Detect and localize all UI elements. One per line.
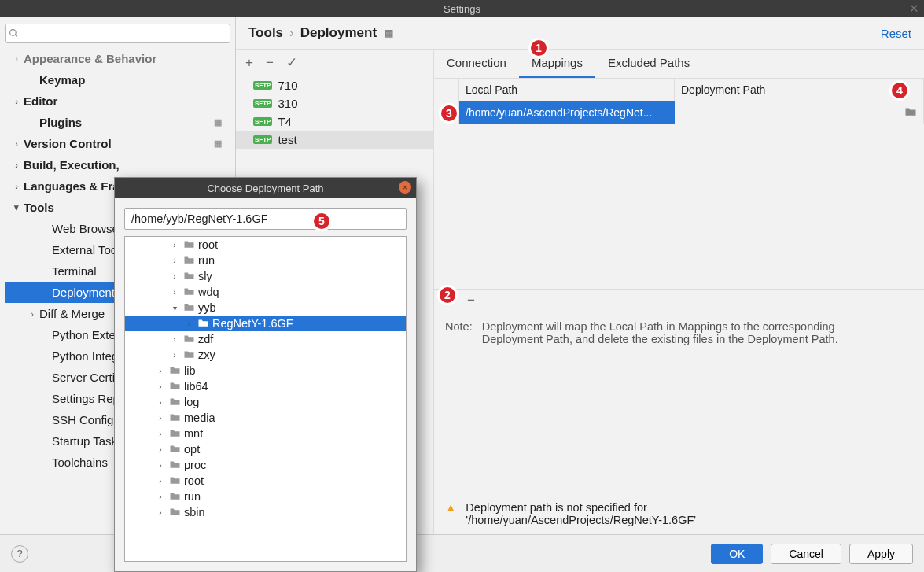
folder-item-lib64[interactable]: ›lib64: [125, 378, 406, 394]
folder-icon: [183, 238, 195, 251]
folder-label: zxy: [198, 349, 215, 361]
folder-label: sbin: [184, 506, 205, 518]
chevron-icon: ›: [155, 398, 166, 407]
add-server-button[interactable]: +: [245, 55, 253, 71]
folder-icon: [183, 286, 195, 298]
chevron-icon: ›: [155, 367, 166, 375]
sidebar-item-label: Diff & Merge: [39, 307, 105, 320]
folder-label: run: [198, 254, 215, 267]
dialog-close-icon[interactable]: ×: [399, 181, 411, 194]
folder-item-wdq[interactable]: ›wdq: [125, 284, 406, 300]
sftp-badge-icon: SFTP: [253, 117, 272, 126]
sidebar-item-plugins[interactable]: Plugins▦: [5, 112, 230, 133]
titlebar: Settings ✕: [0, 0, 924, 17]
folder-item-lib[interactable]: ›lib: [125, 363, 406, 378]
folder-icon: [169, 459, 181, 471]
folder-item-regnety-1-6gf[interactable]: ›RegNetY-1.6GF: [125, 316, 406, 331]
folder-item-run[interactable]: ›run: [125, 253, 406, 268]
breadcrumb-part2: Deployment: [300, 25, 377, 41]
folder-icon: [169, 490, 181, 503]
chevron-icon: ›: [183, 319, 194, 328]
folder-icon: [169, 427, 181, 440]
sidebar-item-appearance-behavior[interactable]: ›Appearance & Behavior: [5, 48, 230, 69]
browse-deploy-path-icon[interactable]: [904, 106, 917, 119]
dialog-path-input[interactable]: /home/yyb/RegNetY-1.6GF: [124, 208, 407, 230]
breadcrumb-menu-icon[interactable]: ▦: [385, 28, 394, 39]
folder-item-mnt[interactable]: ›mnt: [125, 426, 406, 441]
server-item-710[interactable]: SFTP710: [236, 76, 433, 94]
item-menu-icon: ▦: [214, 117, 223, 127]
server-name: T4: [278, 115, 292, 128]
breadcrumb-part1: Tools: [248, 25, 283, 41]
chevron-icon: ›: [27, 309, 38, 319]
server-item-test[interactable]: SFTPtest: [236, 131, 433, 149]
tab-connection[interactable]: Connection: [434, 50, 519, 78]
note-text: Deployment will map the Local Path in Ma…: [482, 320, 860, 345]
chevron-icon: ›: [169, 256, 180, 265]
reset-link[interactable]: Reset: [881, 27, 911, 40]
chevron-icon: ▾: [169, 304, 180, 312]
sidebar-item-build-execution-deployment[interactable]: ›Build, Execution,: [5, 154, 230, 175]
folder-label: opt: [184, 443, 200, 456]
search-input[interactable]: [19, 26, 226, 41]
folder-item-opt[interactable]: ›opt: [125, 441, 406, 457]
cancel-button[interactable]: Cancel: [771, 544, 841, 564]
callout-badge-1: 1: [528, 38, 549, 58]
server-item-310[interactable]: SFTP310: [236, 94, 433, 113]
folder-label: lib64: [184, 380, 208, 393]
server-name: test: [278, 133, 296, 146]
folder-item-sly[interactable]: ›sly: [125, 268, 406, 284]
warning-line2: '/home/yuan/AscendProjects/RegNetY-1.6GF…: [466, 514, 696, 526]
window-close-icon[interactable]: ✕: [909, 2, 919, 16]
folder-item-yyb[interactable]: ▾yyb: [125, 300, 406, 316]
folder-item-sbin[interactable]: ›sbin: [125, 504, 406, 520]
apply-button[interactable]: Apply: [849, 544, 913, 564]
item-menu-icon: ▦: [214, 138, 223, 149]
folder-icon: [169, 396, 181, 408]
local-path-header: Local Path: [459, 79, 675, 101]
folder-item-run[interactable]: ›run: [125, 489, 406, 504]
chevron-icon: ›: [169, 272, 180, 281]
folder-item-log[interactable]: ›log: [125, 394, 406, 410]
chevron-icon: ›: [155, 382, 166, 391]
server-name: 710: [278, 79, 297, 92]
sidebar-item-label: Terminal: [52, 264, 97, 278]
folder-label: proc: [184, 459, 206, 471]
chevron-icon: ›: [11, 182, 22, 191]
local-path-cell[interactable]: /home/yuan/AscendProjects/RegNet...: [459, 101, 675, 124]
search-field[interactable]: [5, 24, 230, 43]
folder-label: log: [184, 396, 199, 408]
folder-item-zdf[interactable]: ›zdf: [125, 331, 406, 347]
sidebar-item-keymap[interactable]: Keymap: [5, 69, 230, 90]
folder-icon: [169, 364, 181, 377]
chevron-icon: ›: [155, 414, 166, 423]
dialog-title: Choose Deployment Path: [207, 183, 323, 194]
sidebar-item-editor[interactable]: ›Editor: [5, 90, 230, 112]
folder-item-proc[interactable]: ›proc: [125, 457, 406, 473]
chevron-icon: ›: [11, 139, 22, 149]
remove-mapping-button[interactable]: −: [467, 293, 475, 308]
ok-button[interactable]: OK: [711, 544, 763, 564]
warning-icon: ▲: [445, 501, 456, 526]
sidebar-item-label: Version Control: [24, 137, 112, 150]
folder-item-zxy[interactable]: ›zxy: [125, 347, 406, 363]
table-row[interactable]: /home/yuan/AscendProjects/RegNet...: [434, 101, 924, 124]
check-server-button[interactable]: ✓: [286, 54, 297, 71]
folder-label: RegNetY-1.6GF: [212, 317, 293, 330]
folder-icon: [169, 506, 181, 518]
window-title: Settings: [444, 3, 480, 15]
folder-item-media[interactable]: ›media: [125, 410, 406, 426]
sidebar-item-label: Plugins: [39, 116, 82, 129]
folder-item-root[interactable]: ›root: [125, 473, 406, 489]
breadcrumb-sep-icon: ›: [289, 25, 294, 41]
search-icon: [9, 28, 19, 39]
folder-item-root[interactable]: ›root: [125, 237, 406, 253]
folder-label: sly: [198, 270, 212, 282]
remove-server-button[interactable]: −: [266, 55, 274, 71]
tab-excluded[interactable]: Excluded Paths: [595, 50, 702, 78]
help-button[interactable]: ?: [11, 545, 28, 563]
sidebar-item-version-control[interactable]: ›Version Control▦: [5, 133, 230, 154]
chevron-icon: ›: [155, 461, 166, 470]
chevron-icon: ›: [155, 493, 166, 501]
server-item-T4[interactable]: SFTPT4: [236, 113, 433, 131]
